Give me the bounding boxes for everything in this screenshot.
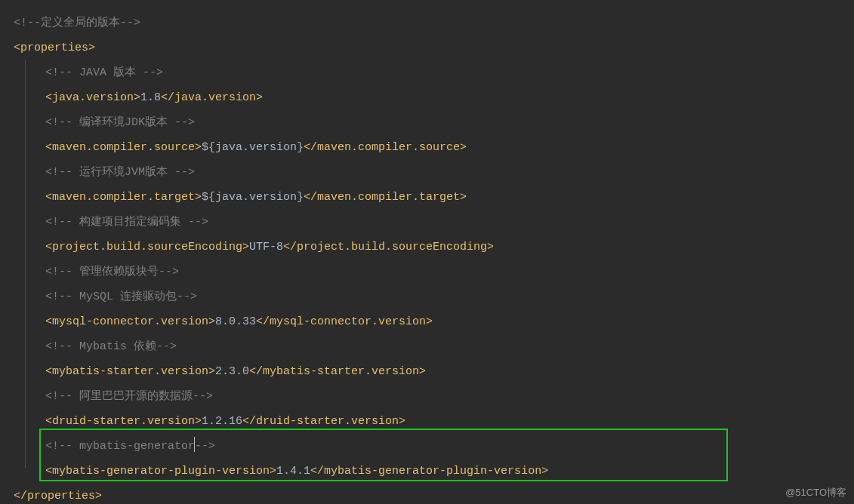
xml-text: 1.8 — [140, 91, 161, 104]
xml-tag: </druid-starter.version> — [242, 415, 405, 428]
code-line: <properties> — [14, 35, 840, 60]
xml-comment: <!-- 编译环境JDK版本 --> — [45, 116, 195, 129]
xml-text: ${java.version} — [202, 141, 304, 154]
xml-comment: <!-- 阿里巴巴开源的数据源--> — [45, 390, 213, 403]
xml-tag: </mybatis-generator-plugin-version> — [310, 465, 548, 478]
xml-tag: </properties> — [14, 490, 102, 502]
xml-comment: <!-- 运行环境JVM版本 --> — [45, 166, 195, 179]
watermark: @51CTO博客 — [785, 486, 846, 499]
xml-tag: <mysql-connector.version> — [45, 315, 215, 328]
xml-text: 8.0.33 — [215, 315, 256, 328]
code-line: <!-- 构建项目指定编码集 --> — [14, 210, 840, 235]
code-line: <java.version>1.8</java.version> — [14, 85, 840, 110]
xml-tag: </mybatis-starter.version> — [249, 365, 426, 378]
xml-tag: <java.version> — [45, 91, 140, 104]
code-line: </properties> — [14, 484, 840, 504]
xml-tag: <properties> — [14, 41, 95, 54]
code-editor[interactable]: <!--定义全局的版本--> <properties> <!-- JAVA 版本… — [0, 0, 854, 504]
xml-comment: <!-- 构建项目指定编码集 --> — [45, 216, 208, 229]
code-line: <!-- 阿里巴巴开源的数据源--> — [14, 384, 840, 409]
text-cursor — [194, 437, 195, 452]
xml-comment: <!-- 管理依赖版块号--> — [45, 266, 179, 278]
xml-tag: <maven.compiler.target> — [45, 191, 202, 204]
code-line: <!-- Mybatis 依赖--> — [14, 334, 840, 359]
xml-tag: </mysql-connector.version> — [256, 315, 433, 328]
xml-tag: </project.build.sourceEncoding> — [283, 241, 494, 254]
code-line: <!-- 运行环境JVM版本 --> — [14, 160, 840, 185]
xml-tag: </maven.compiler.target> — [304, 191, 467, 204]
xml-text: 2.3.0 — [215, 365, 249, 378]
code-line: <maven.compiler.source>${java.version}</… — [14, 135, 840, 160]
code-line: <mysql-connector.version>8.0.33</mysql-c… — [14, 309, 840, 334]
xml-comment: <!--定义全局的版本--> — [14, 17, 140, 29]
xml-tag: <mybatis-starter.version> — [45, 365, 215, 378]
xml-text: 1.2.16 — [202, 415, 242, 428]
xml-comment: <!-- mybatis-generator — [45, 440, 195, 453]
code-line: <!-- 管理依赖版块号--> — [14, 260, 840, 284]
xml-text: ${java.version} — [202, 191, 304, 204]
code-line: <!--定义全局的版本--> — [14, 11, 840, 35]
code-line: <mybatis-starter.version>2.3.0</mybatis-… — [14, 359, 840, 384]
code-line: <!-- 编译环境JDK版本 --> — [14, 110, 840, 135]
code-line: <!-- JAVA 版本 --> — [14, 60, 840, 85]
xml-comment: --> — [195, 440, 215, 453]
xml-tag: <druid-starter.version> — [45, 415, 202, 428]
code-line: <druid-starter.version>1.2.16</druid-sta… — [14, 409, 840, 434]
code-line: <!-- mybatis-generator--> — [14, 434, 840, 459]
xml-text: 1.4.1 — [276, 465, 310, 478]
xml-tag: </maven.compiler.source> — [304, 141, 467, 154]
code-line: <mybatis-generator-plugin-version>1.4.1<… — [14, 459, 840, 484]
xml-tag: </java.version> — [161, 91, 263, 104]
code-line: <project.build.sourceEncoding>UTF-8</pro… — [14, 235, 840, 260]
xml-tag: <project.build.sourceEncoding> — [45, 241, 249, 254]
xml-comment: <!-- MySQL 连接驱动包--> — [45, 290, 197, 303]
xml-text: UTF-8 — [249, 241, 283, 254]
code-line: <maven.compiler.target>${java.version}</… — [14, 185, 840, 210]
xml-tag: <mybatis-generator-plugin-version> — [45, 465, 276, 478]
xml-tag: <maven.compiler.source> — [45, 141, 202, 154]
xml-comment: <!-- Mybatis 依赖--> — [45, 340, 177, 353]
code-line: <!-- MySQL 连接驱动包--> — [14, 284, 840, 309]
xml-comment: <!-- JAVA 版本 --> — [45, 66, 163, 79]
